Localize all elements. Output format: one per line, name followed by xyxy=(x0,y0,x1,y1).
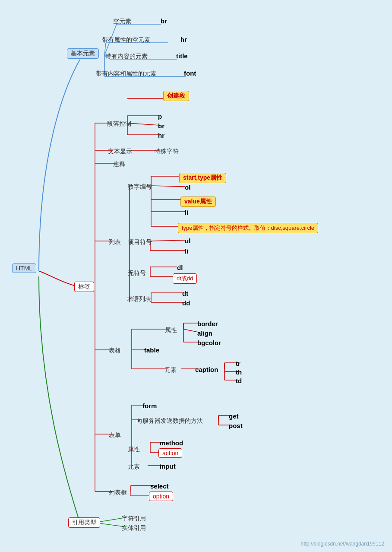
with-content-label: 带有内容的元素 xyxy=(105,53,148,60)
li2-node: li xyxy=(185,247,188,255)
p1-label: p xyxy=(158,113,162,120)
send-method-label: 向服务器发送数据的方法 xyxy=(136,417,203,425)
font1-label: font xyxy=(184,70,196,77)
ul1-label: ul xyxy=(185,237,190,244)
with-attr-empty-node: 带有属性的空元素 xyxy=(102,36,150,44)
text-display-label: 文本显示 xyxy=(108,148,132,155)
string-quote-label: 字符引用 xyxy=(122,515,146,523)
dd1-node: dd xyxy=(182,299,190,307)
table-tag-label: table xyxy=(144,346,159,354)
dt-or-dd-label: dt或dd xyxy=(173,273,197,284)
start-type-attr-node: start,type属性 xyxy=(179,173,226,183)
select1-node: select xyxy=(150,482,169,490)
post1-node: post xyxy=(229,422,243,430)
dl1-node: dl xyxy=(177,264,183,272)
form1-label: form xyxy=(142,402,157,409)
action-node: action xyxy=(158,448,182,458)
dt1-label: dt xyxy=(182,290,188,297)
listbox-node: 列表框 xyxy=(109,489,127,497)
basic-elements-node: 基本元素 xyxy=(67,48,99,59)
form-elem-label: 元素 xyxy=(128,463,140,471)
form-elem-node: 元素 xyxy=(128,463,140,471)
svg-line-32 xyxy=(150,240,186,241)
border-label: border xyxy=(197,320,218,327)
tags-label: 标签 xyxy=(74,282,94,292)
tags-node: 标签 xyxy=(74,282,94,292)
input1-label: input xyxy=(160,463,176,470)
td1-label: td xyxy=(236,377,242,384)
svg-line-26 xyxy=(151,186,185,187)
start-type-attr-label: start,type属性 xyxy=(179,173,226,183)
special-char-node: 特殊字符 xyxy=(155,147,179,155)
list-label: 列表 xyxy=(109,238,121,246)
tr1-label: tr xyxy=(236,360,240,367)
dd1-label: dd xyxy=(182,299,190,307)
quote-type-node: 引用类型 xyxy=(68,517,100,528)
form1-node: form xyxy=(142,402,157,410)
input1-node: input xyxy=(160,463,176,470)
string-quote-node: 字符引用 xyxy=(122,514,146,523)
empty-element-node: 空元素 xyxy=(113,17,131,25)
table-attr-label: 属性 xyxy=(165,327,177,334)
with-content-attr-label: 带有内容和属性的元素 xyxy=(96,70,156,78)
title1-node: title xyxy=(176,52,188,60)
entity-quote-label: 实体引用 xyxy=(122,524,146,532)
get1-node: get xyxy=(229,412,239,420)
caption-node: caption xyxy=(195,366,218,374)
action-label: action xyxy=(158,448,182,458)
hr1-label: hr xyxy=(180,36,187,43)
para-control-label: 段落控制 xyxy=(107,120,131,128)
with-content-node: 带有内容的元素 xyxy=(105,52,148,60)
hr1-node: hr xyxy=(180,36,187,44)
with-attr-empty-label: 带有属性的空元素 xyxy=(102,36,150,44)
para-control-node: 段落控制 xyxy=(107,120,131,128)
table-elem-label: 元素 xyxy=(164,366,177,374)
no-symbol-label: 无符号 xyxy=(128,270,146,277)
term-list-node: 术语列表 xyxy=(127,295,151,303)
form-tag-node: 表单 xyxy=(109,431,121,439)
table-tag-node: table xyxy=(144,346,159,354)
bgcolor-node: bgcolor xyxy=(197,339,221,347)
comment-label: 注释 xyxy=(113,161,125,168)
li2-label: li xyxy=(185,247,188,255)
dt-or-dd-node: dt或dd xyxy=(173,273,197,284)
hr2-label: hr xyxy=(158,132,164,139)
method-node: method xyxy=(160,439,183,447)
basic-elements-label: 基本元素 xyxy=(67,48,99,59)
select1-label: select xyxy=(150,482,169,490)
caption-label: caption xyxy=(195,366,218,373)
html-label: HTML xyxy=(12,263,36,273)
type-attr-desc-label: type属性，指定符号的样式。取值：disc,square,circle xyxy=(178,223,318,233)
border-node: border xyxy=(197,320,218,328)
num-list-node: 数字编号 xyxy=(128,183,152,191)
table-label: 表格 xyxy=(109,347,121,355)
tr1-node: tr xyxy=(236,360,240,368)
type-attr-desc-node: type属性，指定符号的样式。取值：disc,square,circle xyxy=(178,223,318,233)
td1-node: td xyxy=(236,377,242,385)
p1-node: p xyxy=(158,113,162,121)
list-node: 列表 xyxy=(109,238,121,246)
send-method-node: 向服务器发送数据的方法 xyxy=(136,417,203,425)
option1-label: option xyxy=(149,492,173,501)
with-content-attr-node: 带有内容和属性的元素 xyxy=(96,70,156,78)
ol1-label: ol xyxy=(185,184,190,191)
br2-label: br xyxy=(158,122,164,130)
br2-node: br xyxy=(158,122,164,130)
comment-node: 注释 xyxy=(113,160,125,168)
quote-type-label: 引用类型 xyxy=(68,517,100,528)
special-char-label: 特殊字符 xyxy=(155,148,179,155)
form-attr-node: 属性 xyxy=(128,445,140,454)
create-section-node: 创建段 xyxy=(163,91,189,101)
th1-node: th xyxy=(236,368,242,376)
table-node: 表格 xyxy=(109,346,121,355)
svg-line-14 xyxy=(127,123,160,125)
value-attr-node: value属性 xyxy=(180,197,216,207)
table-elem-node: 元素 xyxy=(164,366,177,374)
option1-node: option xyxy=(149,492,173,501)
br1-label: br xyxy=(161,17,167,25)
num-list-label: 数字编号 xyxy=(128,183,152,191)
text-display-node: 文本显示 xyxy=(108,147,132,155)
entity-quote-node: 实体引用 xyxy=(122,524,146,532)
th1-label: th xyxy=(236,368,242,376)
bgcolor-label: bgcolor xyxy=(197,339,221,346)
